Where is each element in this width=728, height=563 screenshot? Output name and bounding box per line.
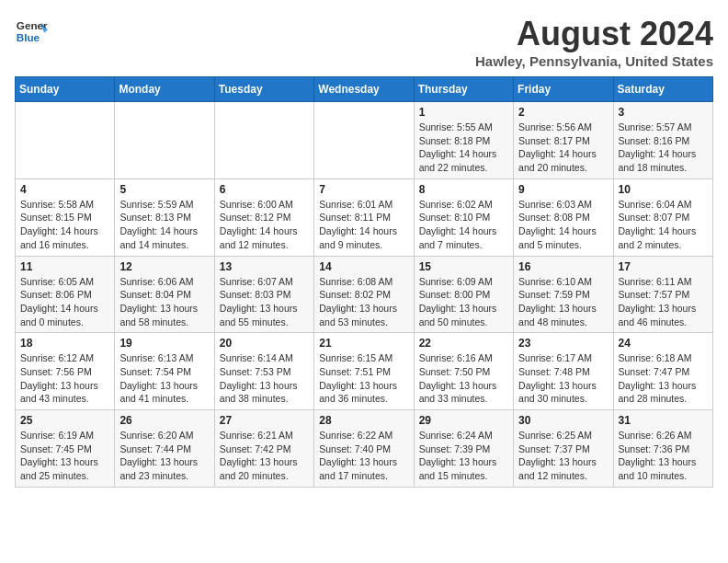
subtitle: Hawley, Pennsylvania, United States	[475, 53, 713, 69]
calendar-cell: 14Sunrise: 6:08 AMSunset: 8:02 PMDayligh…	[314, 256, 414, 333]
svg-text:Blue: Blue	[17, 31, 40, 43]
day-info: Sunrise: 6:14 AMSunset: 7:53 PMDaylight:…	[220, 351, 309, 406]
calendar-cell: 27Sunrise: 6:21 AMSunset: 7:42 PMDayligh…	[214, 410, 313, 488]
day-number: 4	[20, 183, 109, 196]
day-number: 13	[220, 260, 309, 273]
day-number: 7	[319, 183, 408, 196]
day-info: Sunrise: 6:26 AMSunset: 7:36 PMDaylight:…	[619, 429, 708, 483]
calendar-cell	[16, 102, 115, 179]
day-info: Sunrise: 6:15 AMSunset: 7:51 PMDaylight:…	[319, 351, 408, 406]
calendar-cell: 11Sunrise: 6:05 AMSunset: 8:06 PMDayligh…	[16, 256, 115, 333]
calendar-table: SundayMondayTuesdayWednesdayThursdayFrid…	[15, 76, 713, 488]
calendar-cell: 19Sunrise: 6:13 AMSunset: 7:54 PMDayligh…	[115, 333, 214, 410]
day-info: Sunrise: 6:22 AMSunset: 7:40 PMDaylight:…	[319, 429, 408, 483]
day-header-friday: Friday	[514, 77, 613, 102]
calendar-cell	[214, 102, 313, 179]
day-number: 21	[319, 337, 408, 350]
calendar-cell: 15Sunrise: 6:09 AMSunset: 8:00 PMDayligh…	[414, 256, 513, 333]
day-header-monday: Monday	[115, 77, 214, 102]
day-info: Sunrise: 6:00 AMSunset: 8:12 PMDaylight:…	[220, 198, 309, 252]
calendar-cell: 5Sunrise: 5:59 AMSunset: 8:13 PMDaylight…	[115, 178, 214, 256]
day-number: 27	[220, 414, 309, 427]
day-number: 16	[518, 260, 608, 273]
day-info: Sunrise: 6:17 AMSunset: 7:48 PMDaylight:…	[518, 351, 608, 406]
calendar-cell: 12Sunrise: 6:06 AMSunset: 8:04 PMDayligh…	[115, 256, 214, 333]
day-info: Sunrise: 6:25 AMSunset: 7:37 PMDaylight:…	[518, 429, 608, 483]
week-row-3: 11Sunrise: 6:05 AMSunset: 8:06 PMDayligh…	[16, 256, 713, 333]
calendar-cell	[115, 102, 214, 179]
day-number: 17	[619, 260, 708, 273]
week-row-1: 1Sunrise: 5:55 AMSunset: 8:18 PMDaylight…	[16, 102, 713, 179]
day-number: 30	[518, 414, 608, 427]
day-number: 9	[518, 183, 608, 196]
day-info: Sunrise: 5:58 AMSunset: 8:15 PMDaylight:…	[20, 198, 109, 252]
calendar-cell: 7Sunrise: 6:01 AMSunset: 8:11 PMDaylight…	[314, 178, 414, 256]
calendar-cell	[314, 102, 414, 179]
calendar-cell: 26Sunrise: 6:20 AMSunset: 7:44 PMDayligh…	[115, 410, 214, 488]
day-info: Sunrise: 6:11 AMSunset: 7:57 PMDaylight:…	[619, 275, 708, 329]
calendar-cell: 31Sunrise: 6:26 AMSunset: 7:36 PMDayligh…	[613, 410, 712, 488]
day-number: 24	[619, 337, 708, 350]
day-number: 28	[319, 414, 408, 427]
days-header-row: SundayMondayTuesdayWednesdayThursdayFrid…	[16, 77, 713, 102]
day-header-wednesday: Wednesday	[314, 77, 414, 102]
week-row-5: 25Sunrise: 6:19 AMSunset: 7:45 PMDayligh…	[16, 410, 713, 488]
day-info: Sunrise: 6:18 AMSunset: 7:47 PMDaylight:…	[619, 351, 708, 406]
day-header-saturday: Saturday	[613, 77, 712, 102]
day-number: 19	[119, 337, 209, 350]
calendar-cell: 18Sunrise: 6:12 AMSunset: 7:56 PMDayligh…	[16, 333, 115, 410]
day-info: Sunrise: 6:13 AMSunset: 7:54 PMDaylight:…	[119, 351, 209, 406]
day-info: Sunrise: 6:21 AMSunset: 7:42 PMDaylight:…	[220, 429, 309, 483]
calendar-cell: 25Sunrise: 6:19 AMSunset: 7:45 PMDayligh…	[16, 410, 115, 488]
calendar-cell: 4Sunrise: 5:58 AMSunset: 8:15 PMDaylight…	[16, 178, 115, 256]
calendar-cell: 16Sunrise: 6:10 AMSunset: 7:59 PMDayligh…	[514, 256, 613, 333]
day-info: Sunrise: 6:05 AMSunset: 8:06 PMDaylight:…	[20, 275, 109, 329]
calendar-cell: 13Sunrise: 6:07 AMSunset: 8:03 PMDayligh…	[214, 256, 313, 333]
title-area: August 2024 Hawley, Pennsylvania, United…	[475, 15, 713, 69]
day-number: 18	[20, 337, 109, 350]
calendar-cell: 24Sunrise: 6:18 AMSunset: 7:47 PMDayligh…	[613, 333, 712, 410]
day-info: Sunrise: 6:02 AMSunset: 8:10 PMDaylight:…	[419, 198, 508, 252]
calendar-cell: 21Sunrise: 6:15 AMSunset: 7:51 PMDayligh…	[314, 333, 414, 410]
day-info: Sunrise: 5:59 AMSunset: 8:13 PMDaylight:…	[119, 198, 209, 252]
calendar-cell: 6Sunrise: 6:00 AMSunset: 8:12 PMDaylight…	[214, 178, 313, 256]
day-number: 25	[20, 414, 109, 427]
week-row-4: 18Sunrise: 6:12 AMSunset: 7:56 PMDayligh…	[16, 333, 713, 410]
calendar-cell: 17Sunrise: 6:11 AMSunset: 7:57 PMDayligh…	[613, 256, 712, 333]
week-row-2: 4Sunrise: 5:58 AMSunset: 8:15 PMDaylight…	[16, 178, 713, 256]
day-info: Sunrise: 6:10 AMSunset: 7:59 PMDaylight:…	[518, 275, 608, 329]
day-info: Sunrise: 5:57 AMSunset: 8:16 PMDaylight:…	[619, 121, 708, 175]
day-info: Sunrise: 5:55 AMSunset: 8:18 PMDaylight:…	[419, 121, 508, 175]
day-number: 12	[119, 260, 209, 273]
calendar-cell: 29Sunrise: 6:24 AMSunset: 7:39 PMDayligh…	[414, 410, 513, 488]
calendar-cell: 9Sunrise: 6:03 AMSunset: 8:08 PMDaylight…	[514, 178, 613, 256]
day-number: 8	[419, 183, 508, 196]
day-number: 31	[619, 414, 708, 427]
calendar-cell: 20Sunrise: 6:14 AMSunset: 7:53 PMDayligh…	[214, 333, 313, 410]
calendar-cell: 3Sunrise: 5:57 AMSunset: 8:16 PMDaylight…	[613, 102, 712, 179]
day-info: Sunrise: 6:09 AMSunset: 8:00 PMDaylight:…	[419, 275, 508, 329]
day-number: 2	[518, 106, 608, 119]
day-info: Sunrise: 5:56 AMSunset: 8:17 PMDaylight:…	[518, 121, 608, 175]
calendar-cell: 30Sunrise: 6:25 AMSunset: 7:37 PMDayligh…	[514, 410, 613, 488]
day-info: Sunrise: 6:24 AMSunset: 7:39 PMDaylight:…	[419, 429, 508, 483]
day-number: 29	[419, 414, 508, 427]
main-title: August 2024	[475, 15, 713, 53]
day-number: 26	[119, 414, 209, 427]
day-info: Sunrise: 6:06 AMSunset: 8:04 PMDaylight:…	[119, 275, 209, 329]
day-number: 11	[20, 260, 109, 273]
day-header-thursday: Thursday	[414, 77, 513, 102]
day-number: 5	[119, 183, 209, 196]
day-info: Sunrise: 6:03 AMSunset: 8:08 PMDaylight:…	[518, 198, 608, 252]
day-number: 6	[220, 183, 309, 196]
day-number: 23	[518, 337, 608, 350]
header: General Blue August 2024 Hawley, Pennsyl…	[15, 15, 713, 69]
logo-icon: General Blue	[15, 15, 48, 48]
day-info: Sunrise: 6:20 AMSunset: 7:44 PMDaylight:…	[119, 429, 209, 483]
day-number: 14	[319, 260, 408, 273]
calendar-cell: 8Sunrise: 6:02 AMSunset: 8:10 PMDaylight…	[414, 178, 513, 256]
day-info: Sunrise: 6:04 AMSunset: 8:07 PMDaylight:…	[619, 198, 708, 252]
day-info: Sunrise: 6:19 AMSunset: 7:45 PMDaylight:…	[20, 429, 109, 483]
day-info: Sunrise: 6:12 AMSunset: 7:56 PMDaylight:…	[20, 351, 109, 406]
day-number: 15	[419, 260, 508, 273]
